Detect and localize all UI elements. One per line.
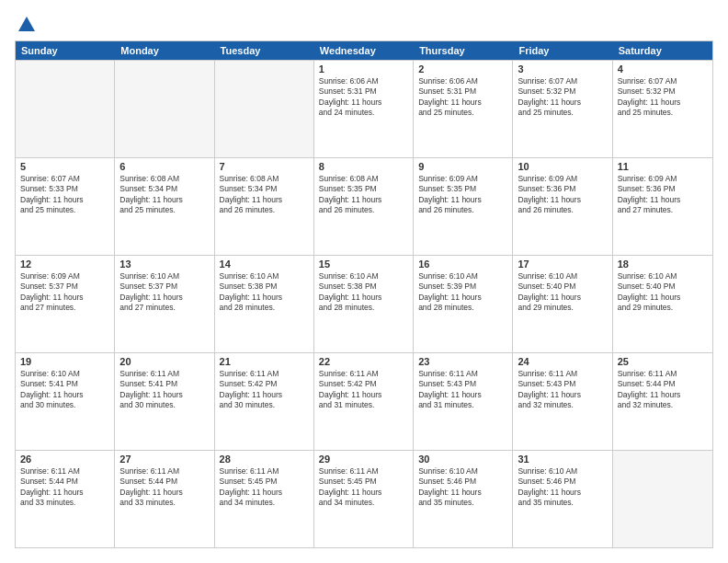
calendar-cell: 5Sunrise: 6:07 AM Sunset: 5:33 PM Daylig… <box>16 158 115 255</box>
day-number: 17 <box>518 259 607 270</box>
calendar-cell: 16Sunrise: 6:10 AM Sunset: 5:39 PM Dayli… <box>414 256 513 352</box>
calendar-cell: 13Sunrise: 6:10 AM Sunset: 5:37 PM Dayli… <box>115 256 214 352</box>
cell-details: Sunrise: 6:07 AM Sunset: 5:33 PM Dayligh… <box>20 174 109 216</box>
calendar-cell: 8Sunrise: 6:08 AM Sunset: 5:35 PM Daylig… <box>314 158 414 255</box>
calendar-cell: 1Sunrise: 6:06 AM Sunset: 5:31 PM Daylig… <box>314 61 414 157</box>
calendar-cell: 3Sunrise: 6:07 AM Sunset: 5:32 PM Daylig… <box>513 61 612 157</box>
logo <box>15 15 37 31</box>
cell-details: Sunrise: 6:11 AM Sunset: 5:41 PM Dayligh… <box>119 369 209 411</box>
cell-details: Sunrise: 6:11 AM Sunset: 5:42 PM Dayligh… <box>220 369 309 411</box>
day-number: 3 <box>518 63 607 75</box>
day-number: 10 <box>518 161 607 172</box>
day-number: 14 <box>220 259 309 270</box>
cell-details: Sunrise: 6:07 AM Sunset: 5:32 PM Dayligh… <box>518 76 607 119</box>
cell-details: Sunrise: 6:11 AM Sunset: 5:44 PM Dayligh… <box>618 369 708 411</box>
day-number: 23 <box>418 356 507 367</box>
cell-details: Sunrise: 6:08 AM Sunset: 5:34 PM Dayligh… <box>119 174 209 216</box>
day-number: 8 <box>319 161 408 172</box>
day-number: 18 <box>618 259 708 270</box>
day-number: 19 <box>20 356 109 367</box>
calendar-cell: 28Sunrise: 6:11 AM Sunset: 5:45 PM Dayli… <box>215 451 314 547</box>
header <box>15 15 713 31</box>
calendar-cell: 7Sunrise: 6:08 AM Sunset: 5:34 PM Daylig… <box>215 158 314 255</box>
day-number: 29 <box>319 454 408 465</box>
day-header-saturday: Saturday <box>613 41 712 60</box>
cell-details: Sunrise: 6:10 AM Sunset: 5:38 PM Dayligh… <box>220 271 309 314</box>
day-number: 2 <box>418 63 507 75</box>
day-number: 11 <box>618 161 708 172</box>
day-number: 15 <box>319 259 408 270</box>
day-header-thursday: Thursday <box>414 41 513 60</box>
calendar-cell: 21Sunrise: 6:11 AM Sunset: 5:42 PM Dayli… <box>215 353 314 450</box>
cell-details: Sunrise: 6:10 AM Sunset: 5:46 PM Dayligh… <box>418 466 507 509</box>
day-number: 6 <box>119 161 209 172</box>
calendar-cell: 19Sunrise: 6:10 AM Sunset: 5:41 PM Dayli… <box>16 353 115 450</box>
cell-details: Sunrise: 6:11 AM Sunset: 5:45 PM Dayligh… <box>319 466 408 509</box>
calendar-cell: 4Sunrise: 6:07 AM Sunset: 5:32 PM Daylig… <box>613 61 712 157</box>
calendar-cell: 6Sunrise: 6:08 AM Sunset: 5:34 PM Daylig… <box>115 158 214 255</box>
calendar-cell <box>115 61 214 157</box>
cell-details: Sunrise: 6:11 AM Sunset: 5:44 PM Dayligh… <box>119 466 209 509</box>
logo-icon <box>17 15 37 35</box>
day-number: 22 <box>319 356 408 367</box>
calendar-cell: 15Sunrise: 6:10 AM Sunset: 5:38 PM Dayli… <box>314 256 414 352</box>
day-number: 7 <box>220 161 309 172</box>
cell-details: Sunrise: 6:10 AM Sunset: 5:39 PM Dayligh… <box>418 271 507 314</box>
calendar-cell: 31Sunrise: 6:10 AM Sunset: 5:46 PM Dayli… <box>513 451 612 547</box>
day-number: 9 <box>418 161 507 172</box>
calendar-cell: 10Sunrise: 6:09 AM Sunset: 5:36 PM Dayli… <box>513 158 612 255</box>
calendar-cell: 27Sunrise: 6:11 AM Sunset: 5:44 PM Dayli… <box>115 451 214 547</box>
cell-details: Sunrise: 6:08 AM Sunset: 5:35 PM Dayligh… <box>319 174 408 216</box>
cell-details: Sunrise: 6:06 AM Sunset: 5:31 PM Dayligh… <box>319 76 408 119</box>
calendar-cell: 12Sunrise: 6:09 AM Sunset: 5:37 PM Dayli… <box>16 256 115 352</box>
day-number: 24 <box>518 356 607 367</box>
cell-details: Sunrise: 6:10 AM Sunset: 5:40 PM Dayligh… <box>618 271 708 314</box>
calendar-cell: 2Sunrise: 6:06 AM Sunset: 5:31 PM Daylig… <box>414 61 513 157</box>
day-number: 12 <box>20 259 109 270</box>
calendar-row-1: 5Sunrise: 6:07 AM Sunset: 5:33 PM Daylig… <box>16 157 712 255</box>
cell-details: Sunrise: 6:10 AM Sunset: 5:41 PM Dayligh… <box>20 369 109 411</box>
svg-marker-0 <box>18 17 35 31</box>
day-number: 28 <box>220 454 309 465</box>
calendar-cell: 29Sunrise: 6:11 AM Sunset: 5:45 PM Dayli… <box>314 451 414 547</box>
day-header-friday: Friday <box>513 41 612 60</box>
cell-details: Sunrise: 6:10 AM Sunset: 5:37 PM Dayligh… <box>119 271 209 314</box>
calendar-cell: 26Sunrise: 6:11 AM Sunset: 5:44 PM Dayli… <box>16 451 115 547</box>
day-header-tuesday: Tuesday <box>215 41 314 60</box>
day-number: 31 <box>518 454 607 465</box>
calendar: SundayMondayTuesdayWednesdayThursdayFrid… <box>15 40 713 548</box>
calendar-cell: 24Sunrise: 6:11 AM Sunset: 5:43 PM Dayli… <box>513 353 612 450</box>
cell-details: Sunrise: 6:10 AM Sunset: 5:40 PM Dayligh… <box>518 271 607 314</box>
day-number: 26 <box>20 454 109 465</box>
day-header-wednesday: Wednesday <box>314 41 414 60</box>
day-number: 1 <box>319 63 408 75</box>
calendar-cell <box>613 451 712 547</box>
calendar-row-3: 19Sunrise: 6:10 AM Sunset: 5:41 PM Dayli… <box>16 352 712 450</box>
cell-details: Sunrise: 6:09 AM Sunset: 5:37 PM Dayligh… <box>20 271 109 314</box>
day-number: 25 <box>618 356 708 367</box>
calendar-row-0: 1Sunrise: 6:06 AM Sunset: 5:31 PM Daylig… <box>16 60 712 157</box>
cell-details: Sunrise: 6:06 AM Sunset: 5:31 PM Dayligh… <box>418 76 507 119</box>
day-header-monday: Monday <box>115 41 214 60</box>
calendar-cell: 9Sunrise: 6:09 AM Sunset: 5:35 PM Daylig… <box>414 158 513 255</box>
cell-details: Sunrise: 6:11 AM Sunset: 5:42 PM Dayligh… <box>319 369 408 411</box>
calendar-cell: 22Sunrise: 6:11 AM Sunset: 5:42 PM Dayli… <box>314 353 414 450</box>
calendar-header: SundayMondayTuesdayWednesdayThursdayFrid… <box>16 41 712 60</box>
calendar-cell: 23Sunrise: 6:11 AM Sunset: 5:43 PM Dayli… <box>414 353 513 450</box>
calendar-cell: 14Sunrise: 6:10 AM Sunset: 5:38 PM Dayli… <box>215 256 314 352</box>
cell-details: Sunrise: 6:11 AM Sunset: 5:43 PM Dayligh… <box>518 369 607 411</box>
day-number: 20 <box>119 356 209 367</box>
day-number: 4 <box>618 63 708 75</box>
cell-details: Sunrise: 6:09 AM Sunset: 5:35 PM Dayligh… <box>418 174 507 216</box>
calendar-cell: 20Sunrise: 6:11 AM Sunset: 5:41 PM Dayli… <box>115 353 214 450</box>
day-number: 16 <box>418 259 507 270</box>
cell-details: Sunrise: 6:09 AM Sunset: 5:36 PM Dayligh… <box>518 174 607 216</box>
calendar-body: 1Sunrise: 6:06 AM Sunset: 5:31 PM Daylig… <box>16 60 712 547</box>
day-number: 27 <box>119 454 209 465</box>
day-number: 5 <box>20 161 109 172</box>
cell-details: Sunrise: 6:09 AM Sunset: 5:36 PM Dayligh… <box>618 174 708 216</box>
calendar-row-2: 12Sunrise: 6:09 AM Sunset: 5:37 PM Dayli… <box>16 255 712 352</box>
cell-details: Sunrise: 6:11 AM Sunset: 5:44 PM Dayligh… <box>20 466 109 509</box>
calendar-cell <box>215 61 314 157</box>
calendar-cell: 17Sunrise: 6:10 AM Sunset: 5:40 PM Dayli… <box>513 256 612 352</box>
